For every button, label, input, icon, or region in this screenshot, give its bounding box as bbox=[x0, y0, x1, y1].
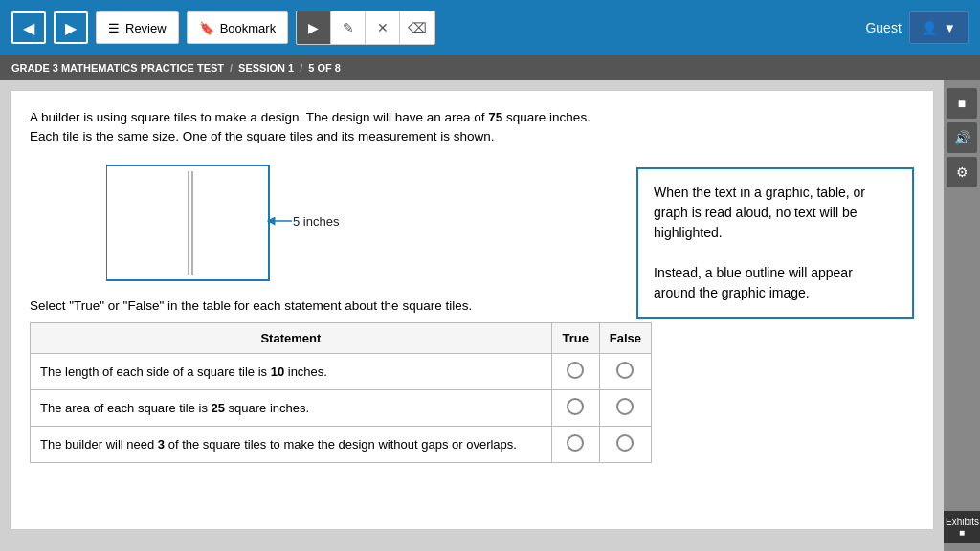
guest-button[interactable]: 👤 ▼ bbox=[909, 11, 969, 44]
breadcrumb-sep1: / bbox=[230, 62, 233, 74]
exhibits-button[interactable]: Exhibits ■ bbox=[944, 511, 980, 543]
eraser-tool[interactable]: ⌫ bbox=[400, 11, 434, 44]
settings-icon: ⚙ bbox=[956, 165, 969, 180]
table-row: The length of each side of a square tile… bbox=[31, 353, 652, 389]
question-text-part1: A builder is using square tiles to make … bbox=[30, 110, 488, 124]
stop-icon: ■ bbox=[958, 96, 966, 111]
main-area: A builder is using square tiles to make … bbox=[0, 80, 980, 551]
exhibits-label: Exhibits bbox=[946, 517, 978, 527]
guest-dropdown-icon: ▼ bbox=[944, 21, 956, 35]
pen-tool[interactable]: ✎ bbox=[331, 11, 366, 44]
next-button[interactable]: ▶ bbox=[54, 11, 88, 44]
false-radio-2[interactable] bbox=[599, 389, 651, 426]
audio-icon: 🔊 bbox=[954, 130, 970, 145]
tooltip-box: When the text in a graphic, table, or gr… bbox=[636, 167, 914, 319]
statement-3-bold: 3 bbox=[158, 437, 165, 452]
breadcrumb: GRADE 3 MATHEMATICS PRACTICE TEST / SESS… bbox=[0, 55, 980, 80]
true-radio-1[interactable] bbox=[551, 353, 599, 389]
pointer-tool[interactable]: ▶ bbox=[297, 11, 331, 44]
statement-1-part1: The length of each side of a square tile… bbox=[40, 364, 271, 379]
breadcrumb-sep2: / bbox=[300, 62, 302, 74]
statement-2-part1: The area of each square tile is bbox=[40, 401, 212, 415]
question-text: A builder is using square tiles to make … bbox=[30, 108, 604, 147]
bookmark-label: Bookmark bbox=[220, 21, 277, 35]
settings-button[interactable]: ⚙ bbox=[947, 157, 977, 187]
statement-3-part2: of the square tiles to make the design w… bbox=[165, 437, 517, 452]
toolbar: ◀ ▶ ☰ Review 🔖 Bookmark ▶ ✎ ✕ ⌫ Guest 👤 … bbox=[0, 0, 980, 55]
false-radio-3[interactable] bbox=[599, 426, 651, 462]
right-sidebar: ■ 🔊 ⚙ Exhibits ■ bbox=[944, 80, 980, 551]
content-panel: A builder is using square tiles to make … bbox=[0, 80, 944, 551]
statement-3-part1: The builder will need bbox=[40, 437, 158, 452]
radio-circle[interactable] bbox=[567, 434, 584, 452]
statement-2: The area of each square tile is 25 squar… bbox=[31, 389, 552, 426]
true-radio-3[interactable] bbox=[551, 426, 599, 462]
radio-circle[interactable] bbox=[616, 362, 634, 379]
breadcrumb-part2: SESSION 1 bbox=[238, 62, 294, 74]
review-button[interactable]: ☰ Review bbox=[96, 11, 179, 44]
bookmark-icon: 🔖 bbox=[199, 21, 214, 35]
table-row: The builder will need 3 of the square ti… bbox=[31, 426, 652, 462]
svg-rect-0 bbox=[106, 165, 269, 280]
question-bold1: 75 bbox=[488, 110, 502, 124]
exhibits-icon: ■ bbox=[946, 527, 978, 538]
svg-text:5 inches: 5 inches bbox=[293, 214, 340, 229]
guest-label: Guest bbox=[865, 20, 901, 35]
breadcrumb-part1: GRADE 3 MATHEMATICS PRACTICE TEST bbox=[11, 62, 224, 74]
review-icon: ☰ bbox=[108, 21, 120, 35]
bookmark-button[interactable]: 🔖 Bookmark bbox=[187, 11, 289, 44]
col-header-false: False bbox=[599, 322, 651, 353]
review-label: Review bbox=[125, 21, 167, 35]
statement-2-bold: 25 bbox=[212, 401, 225, 415]
col-header-true: True bbox=[551, 322, 599, 353]
guest-area: Guest 👤 ▼ bbox=[865, 11, 969, 44]
radio-circle[interactable] bbox=[616, 434, 634, 452]
breadcrumb-part3: 5 OF 8 bbox=[308, 62, 341, 74]
tile-figure-svg: 5 inches bbox=[106, 161, 470, 285]
radio-circle[interactable] bbox=[567, 362, 584, 379]
answer-table: Statement True False The length of each … bbox=[30, 322, 652, 463]
close-tool[interactable]: ✕ bbox=[366, 11, 400, 44]
question-card: A builder is using square tiles to make … bbox=[10, 90, 934, 530]
prev-button[interactable]: ◀ bbox=[11, 11, 46, 44]
statement-1-bold: 10 bbox=[271, 364, 284, 379]
tooltip-line2: Instead, a blue outline will appear arou… bbox=[654, 263, 897, 303]
true-radio-2[interactable] bbox=[551, 389, 599, 426]
guest-icon: 👤 bbox=[922, 21, 938, 35]
statement-1-part2: inches. bbox=[284, 364, 327, 379]
statement-2-part2: square inches. bbox=[225, 401, 309, 415]
radio-circle[interactable] bbox=[567, 398, 584, 415]
audio-button[interactable]: 🔊 bbox=[947, 122, 977, 153]
statement-3: The builder will need 3 of the square ti… bbox=[31, 426, 552, 462]
radio-circle[interactable] bbox=[616, 398, 634, 415]
stop-button[interactable]: ■ bbox=[947, 88, 977, 119]
col-header-statement: Statement bbox=[31, 322, 552, 353]
tool-group: ▶ ✎ ✕ ⌫ bbox=[296, 11, 435, 45]
table-row: The area of each square tile is 25 squar… bbox=[31, 389, 652, 426]
false-radio-1[interactable] bbox=[599, 353, 651, 389]
statement-1: The length of each side of a square tile… bbox=[31, 353, 552, 389]
tooltip-line1: When the text in a graphic, table, or gr… bbox=[654, 183, 897, 243]
